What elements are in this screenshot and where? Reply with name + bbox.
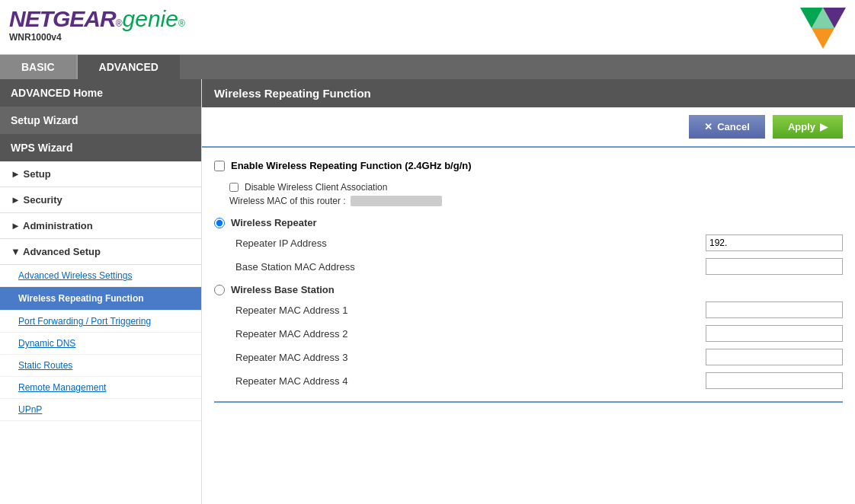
repeater-mac1-label: Repeater MAC Address 1 (214, 305, 347, 316)
repeater-mac3-input[interactable] (706, 349, 843, 365)
sidebar-sub-remote-management[interactable]: Remote Management (0, 377, 201, 399)
header: NETGEAR® genie® WNR1000v4 (0, 0, 855, 55)
sidebar-sub-dynamic-dns[interactable]: Dynamic DNS (0, 333, 201, 355)
repeater-mac2-input[interactable] (706, 325, 843, 342)
main-content: Wireless Repeating Function ✕ Cancel App… (202, 79, 855, 504)
enable-label: Enable Wireless Repeating Function (2.4G… (231, 160, 472, 171)
repeater-ip-row: Repeater IP Address (214, 233, 843, 253)
cancel-button[interactable]: ✕ Cancel (689, 115, 765, 139)
enable-checkbox[interactable] (214, 161, 225, 171)
sidebar-item-setup[interactable]: ► Setup (0, 161, 201, 187)
model-name: WNR1000v4 (9, 32, 185, 43)
sidebar: ADVANCED Home Setup Wizard WPS Wizard ► … (0, 79, 202, 504)
repeater-mac3-row: Repeater MAC Address 3 (214, 347, 843, 367)
apply-arrow-icon: ▶ (820, 121, 828, 132)
wireless-repeater-section: Wireless Repeater Repeater IP Address Ba… (214, 217, 843, 276)
mac-info-row: Wireless MAC of this router : (229, 196, 843, 206)
wireless-base-station-row: Wireless Base Station (214, 284, 843, 295)
page-title: Wireless Repeating Function (214, 87, 371, 100)
sidebar-item-wps-wizard[interactable]: WPS Wizard (0, 134, 201, 161)
sidebar-sub-wireless-repeating[interactable]: Wireless Repeating Function (0, 287, 201, 311)
wireless-mac-label: Wireless MAC of this router : (229, 196, 346, 206)
logo-netgear: NETGEAR (9, 6, 116, 32)
logo-genie: genie (123, 6, 178, 32)
disable-client-row: Disable Wireless Client Association (229, 182, 843, 193)
wireless-repeater-radio[interactable] (214, 218, 225, 228)
main-tabs: BASIC ADVANCED (0, 55, 855, 79)
repeater-mac3-label: Repeater MAC Address 3 (214, 352, 347, 363)
page-title-bar: Wireless Repeating Function (202, 79, 855, 107)
enable-row: Enable Wireless Repeating Function (2.4G… (214, 160, 843, 171)
base-station-mac-row: Base Station MAC Address (214, 257, 843, 276)
logo-reg2: ® (178, 18, 185, 29)
repeater-mac1-input[interactable] (706, 301, 843, 318)
sidebar-sub-upnp[interactable]: UPnP (0, 399, 201, 421)
wireless-base-station-radio[interactable] (214, 285, 225, 295)
repeater-mac1-row: Repeater MAC Address 1 (214, 300, 843, 320)
base-station-mac-input[interactable] (706, 258, 843, 275)
repeater-mac2-label: Repeater MAC Address 2 (214, 328, 347, 340)
cancel-label: Cancel (717, 121, 750, 132)
repeater-ip-input[interactable] (706, 234, 843, 251)
cancel-x-icon: ✕ (704, 121, 712, 132)
repeater-mac4-row: Repeater MAC Address 4 (214, 371, 843, 391)
svg-marker-1 (812, 28, 834, 49)
mac-blurred (351, 196, 442, 206)
sub-options: Disable Wireless Client Association Wire… (229, 182, 843, 206)
radio-sections: Wireless Repeater Repeater IP Address Ba… (214, 217, 843, 391)
sidebar-sub-port-forwarding[interactable]: Port Forwarding / Port Triggering (0, 311, 201, 333)
repeater-mac2-row: Repeater MAC Address 2 (214, 324, 843, 343)
sidebar-item-administration[interactable]: ► Administration (0, 213, 201, 239)
apply-label: Apply (788, 121, 815, 132)
sidebar-item-advanced-home[interactable]: ADVANCED Home (0, 79, 201, 107)
repeater-mac4-input[interactable] (706, 372, 843, 389)
disable-client-checkbox[interactable] (229, 183, 239, 192)
wireless-base-station-label: Wireless Base Station (231, 284, 335, 295)
wireless-base-station-section: Wireless Base Station Repeater MAC Addre… (214, 284, 843, 391)
sidebar-item-security[interactable]: ► Security (0, 187, 201, 213)
sidebar-item-advanced-setup[interactable]: ▼ Advanced Setup (0, 239, 201, 265)
base-station-mac-label: Base Station MAC Address (214, 261, 355, 273)
repeater-ip-label: Repeater IP Address (214, 238, 327, 249)
logo-triangles (777, 8, 846, 51)
sidebar-sub-static-routes[interactable]: Static Routes (0, 355, 201, 377)
toolbar: ✕ Cancel Apply ▶ (202, 107, 855, 148)
sidebar-sub-advanced-wireless[interactable]: Advanced Wireless Settings (0, 265, 201, 287)
logo-reg1: ® (116, 18, 123, 29)
tab-basic[interactable]: BASIC (0, 55, 78, 79)
disable-client-label: Disable Wireless Client Association (245, 182, 387, 193)
content-area: Enable Wireless Repeating Function (2.4G… (202, 148, 855, 426)
content-divider (214, 401, 843, 403)
repeater-mac4-label: Repeater MAC Address 4 (214, 375, 347, 387)
logo: NETGEAR® genie® (9, 6, 185, 32)
apply-button[interactable]: Apply ▶ (773, 115, 843, 139)
tab-advanced[interactable]: ADVANCED (78, 55, 180, 79)
wireless-repeater-label: Wireless Repeater (231, 217, 317, 228)
sidebar-item-setup-wizard[interactable]: Setup Wizard (0, 107, 201, 134)
wireless-repeater-row: Wireless Repeater (214, 217, 843, 228)
